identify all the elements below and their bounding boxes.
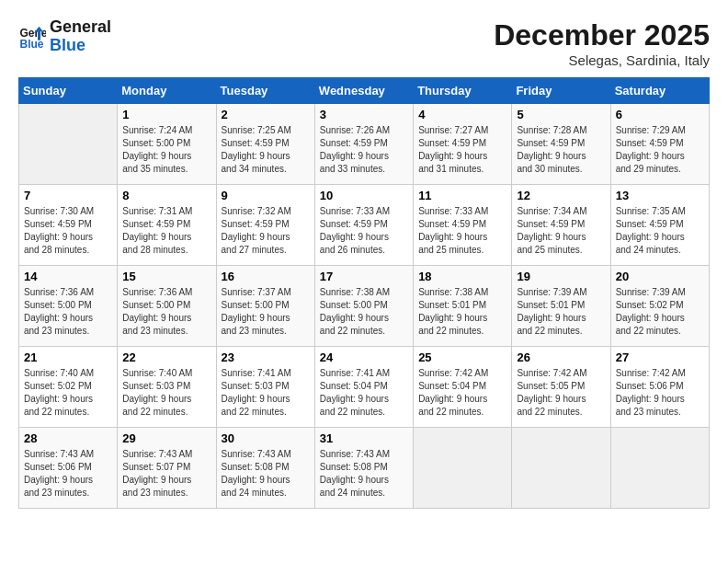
- day-info: Sunrise: 7:24 AMSunset: 5:00 PMDaylight:…: [122, 124, 210, 176]
- weekday-header-monday: Monday: [118, 78, 216, 104]
- day-info: Sunrise: 7:37 AMSunset: 5:00 PMDaylight:…: [222, 286, 310, 338]
- day-info: Sunrise: 7:40 AMSunset: 5:02 PMDaylight:…: [24, 367, 112, 419]
- day-info: Sunrise: 7:42 AMSunset: 5:05 PMDaylight:…: [517, 367, 605, 419]
- day-number: 30: [222, 431, 310, 445]
- weekday-header-tuesday: Tuesday: [216, 78, 314, 104]
- day-number: 15: [122, 270, 210, 283]
- day-info: Sunrise: 7:35 AMSunset: 4:59 PMDaylight:…: [616, 205, 704, 257]
- calendar-cell: 2Sunrise: 7:25 AMSunset: 4:59 PMDaylight…: [216, 104, 314, 185]
- calendar-cell: [19, 104, 118, 185]
- calendar-body: 1Sunrise: 7:24 AMSunset: 5:00 PMDaylight…: [19, 104, 710, 509]
- day-info: Sunrise: 7:38 AMSunset: 5:01 PMDaylight:…: [418, 286, 506, 338]
- day-info: Sunrise: 7:27 AMSunset: 4:59 PMDaylight:…: [418, 124, 506, 176]
- day-number: 28: [24, 431, 112, 445]
- day-number: 7: [24, 189, 112, 202]
- day-number: 20: [616, 270, 704, 283]
- day-info: Sunrise: 7:31 AMSunset: 4:59 PMDaylight:…: [122, 205, 210, 257]
- day-info: Sunrise: 7:33 AMSunset: 4:59 PMDaylight:…: [320, 205, 408, 257]
- day-number: 24: [320, 350, 408, 364]
- day-number: 22: [122, 350, 210, 364]
- calendar-cell: 24Sunrise: 7:41 AMSunset: 5:04 PMDayligh…: [314, 347, 413, 428]
- calendar-week-row: 1Sunrise: 7:24 AMSunset: 5:00 PMDaylight…: [19, 104, 710, 185]
- calendar-cell: 7Sunrise: 7:30 AMSunset: 4:59 PMDaylight…: [19, 185, 118, 266]
- calendar-week-row: 7Sunrise: 7:30 AMSunset: 4:59 PMDaylight…: [19, 185, 710, 266]
- title-block: December 2025 Selegas, Sardinia, Italy: [494, 18, 710, 68]
- calendar-cell: 21Sunrise: 7:40 AMSunset: 5:02 PMDayligh…: [19, 347, 118, 428]
- location-subtitle: Selegas, Sardinia, Italy: [494, 52, 710, 68]
- calendar-cell: 30Sunrise: 7:43 AMSunset: 5:08 PMDayligh…: [216, 428, 314, 509]
- calendar-cell: [414, 428, 512, 509]
- day-info: Sunrise: 7:43 AMSunset: 5:08 PMDaylight:…: [222, 448, 310, 500]
- day-number: 5: [517, 108, 605, 121]
- day-info: Sunrise: 7:36 AMSunset: 5:00 PMDaylight:…: [122, 286, 210, 338]
- day-number: 13: [616, 189, 704, 202]
- day-number: 25: [418, 350, 506, 364]
- weekday-header-friday: Friday: [512, 78, 610, 104]
- day-number: 11: [418, 189, 506, 202]
- calendar-cell: 31Sunrise: 7:43 AMSunset: 5:08 PMDayligh…: [314, 428, 413, 509]
- calendar-week-row: 28Sunrise: 7:43 AMSunset: 5:06 PMDayligh…: [19, 428, 710, 509]
- day-info: Sunrise: 7:39 AMSunset: 5:02 PMDaylight:…: [616, 286, 704, 338]
- day-number: 18: [418, 270, 506, 283]
- page-header: General Blue General Blue December 2025 …: [18, 18, 710, 68]
- day-info: Sunrise: 7:43 AMSunset: 5:08 PMDaylight:…: [320, 448, 408, 500]
- day-info: Sunrise: 7:41 AMSunset: 5:03 PMDaylight:…: [222, 367, 310, 419]
- calendar-cell: 22Sunrise: 7:40 AMSunset: 5:03 PMDayligh…: [118, 347, 216, 428]
- calendar-cell: 8Sunrise: 7:31 AMSunset: 4:59 PMDaylight…: [118, 185, 216, 266]
- calendar-cell: 28Sunrise: 7:43 AMSunset: 5:06 PMDayligh…: [19, 428, 118, 509]
- day-info: Sunrise: 7:25 AMSunset: 4:59 PMDaylight:…: [222, 124, 310, 176]
- calendar-cell: 10Sunrise: 7:33 AMSunset: 4:59 PMDayligh…: [314, 185, 413, 266]
- weekday-header-sunday: Sunday: [19, 78, 118, 104]
- calendar-week-row: 21Sunrise: 7:40 AMSunset: 5:02 PMDayligh…: [19, 347, 710, 428]
- day-info: Sunrise: 7:34 AMSunset: 4:59 PMDaylight:…: [517, 205, 605, 257]
- day-info: Sunrise: 7:28 AMSunset: 4:59 PMDaylight:…: [517, 124, 605, 176]
- day-number: 8: [122, 189, 210, 202]
- day-number: 26: [517, 350, 605, 364]
- day-info: Sunrise: 7:42 AMSunset: 5:06 PMDaylight:…: [616, 367, 704, 419]
- day-info: Sunrise: 7:26 AMSunset: 4:59 PMDaylight:…: [320, 124, 408, 176]
- day-info: Sunrise: 7:29 AMSunset: 4:59 PMDaylight:…: [616, 124, 704, 176]
- calendar-cell: 12Sunrise: 7:34 AMSunset: 4:59 PMDayligh…: [512, 185, 610, 266]
- calendar-cell: 16Sunrise: 7:37 AMSunset: 5:00 PMDayligh…: [216, 266, 314, 347]
- calendar-cell: 14Sunrise: 7:36 AMSunset: 5:00 PMDayligh…: [19, 266, 118, 347]
- calendar-cell: [610, 428, 709, 509]
- day-number: 4: [418, 108, 506, 121]
- calendar-table: SundayMondayTuesdayWednesdayThursdayFrid…: [18, 77, 710, 509]
- calendar-cell: 27Sunrise: 7:42 AMSunset: 5:06 PMDayligh…: [610, 347, 709, 428]
- calendar-cell: 9Sunrise: 7:32 AMSunset: 4:59 PMDaylight…: [216, 185, 314, 266]
- calendar-cell: [512, 428, 610, 509]
- logo-icon: General Blue: [18, 23, 46, 51]
- day-number: 23: [222, 350, 310, 364]
- day-number: 21: [24, 350, 112, 364]
- day-number: 17: [320, 270, 408, 283]
- day-info: Sunrise: 7:43 AMSunset: 5:07 PMDaylight:…: [122, 448, 210, 500]
- day-info: Sunrise: 7:30 AMSunset: 4:59 PMDaylight:…: [24, 205, 112, 257]
- logo: General Blue General Blue: [18, 18, 111, 55]
- calendar-week-row: 14Sunrise: 7:36 AMSunset: 5:00 PMDayligh…: [19, 266, 710, 347]
- calendar-cell: 25Sunrise: 7:42 AMSunset: 5:04 PMDayligh…: [414, 347, 512, 428]
- day-info: Sunrise: 7:33 AMSunset: 4:59 PMDaylight:…: [418, 205, 506, 257]
- calendar-cell: 17Sunrise: 7:38 AMSunset: 5:00 PMDayligh…: [314, 266, 413, 347]
- day-number: 12: [517, 189, 605, 202]
- calendar-cell: 1Sunrise: 7:24 AMSunset: 5:00 PMDaylight…: [118, 104, 216, 185]
- day-number: 14: [24, 270, 112, 283]
- calendar-cell: 23Sunrise: 7:41 AMSunset: 5:03 PMDayligh…: [216, 347, 314, 428]
- calendar-cell: 19Sunrise: 7:39 AMSunset: 5:01 PMDayligh…: [512, 266, 610, 347]
- day-info: Sunrise: 7:38 AMSunset: 5:00 PMDaylight:…: [320, 286, 408, 338]
- calendar-cell: 3Sunrise: 7:26 AMSunset: 4:59 PMDaylight…: [314, 104, 413, 185]
- day-number: 1: [122, 108, 210, 121]
- day-info: Sunrise: 7:32 AMSunset: 4:59 PMDaylight:…: [222, 205, 310, 257]
- calendar-cell: 15Sunrise: 7:36 AMSunset: 5:00 PMDayligh…: [118, 266, 216, 347]
- weekday-header-thursday: Thursday: [414, 78, 512, 104]
- calendar-cell: 13Sunrise: 7:35 AMSunset: 4:59 PMDayligh…: [610, 185, 709, 266]
- calendar-cell: 26Sunrise: 7:42 AMSunset: 5:05 PMDayligh…: [512, 347, 610, 428]
- day-number: 9: [222, 189, 310, 202]
- day-info: Sunrise: 7:39 AMSunset: 5:01 PMDaylight:…: [517, 286, 605, 338]
- day-number: 19: [517, 270, 605, 283]
- calendar-header-row: SundayMondayTuesdayWednesdayThursdayFrid…: [19, 78, 710, 104]
- day-info: Sunrise: 7:41 AMSunset: 5:04 PMDaylight:…: [320, 367, 408, 419]
- day-info: Sunrise: 7:36 AMSunset: 5:00 PMDaylight:…: [24, 286, 112, 338]
- calendar-cell: 6Sunrise: 7:29 AMSunset: 4:59 PMDaylight…: [610, 104, 709, 185]
- day-number: 10: [320, 189, 408, 202]
- day-number: 3: [320, 108, 408, 121]
